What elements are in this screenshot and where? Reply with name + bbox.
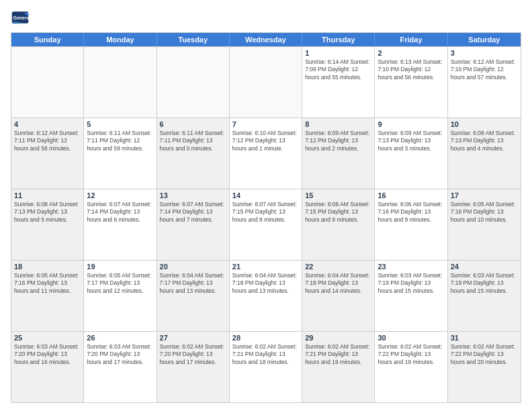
calendar-cell: 4Sunrise: 6:12 AM Sunset: 7:11 PM Daylig… [11, 118, 84, 189]
day-number: 11 [14, 191, 81, 199]
day-number: 30 [378, 334, 444, 342]
calendar-cell: 31Sunrise: 6:02 AM Sunset: 7:22 PM Dayli… [448, 332, 521, 402]
calendar-cell [157, 47, 230, 118]
day-info: Sunrise: 6:14 AM Sunset: 7:09 PM Dayligh… [305, 58, 371, 81]
day-number: 1 [305, 49, 371, 57]
day-info: Sunrise: 6:02 AM Sunset: 7:22 PM Dayligh… [378, 343, 444, 366]
day-number: 19 [87, 263, 153, 271]
day-number: 6 [160, 120, 226, 128]
calendar-cell: 18Sunrise: 6:05 AM Sunset: 7:16 PM Dayli… [11, 261, 84, 331]
logo-icon: General Blue [11, 8, 30, 27]
day-number: 9 [378, 120, 444, 128]
calendar-cell: 26Sunrise: 6:03 AM Sunset: 7:20 PM Dayli… [84, 332, 157, 402]
day-info: Sunrise: 6:11 AM Sunset: 7:11 PM Dayligh… [87, 130, 153, 152]
day-number: 28 [232, 334, 299, 342]
day-info: Sunrise: 6:05 AM Sunset: 7:16 PM Dayligh… [451, 201, 518, 224]
day-info: Sunrise: 6:11 AM Sunset: 7:11 PM Dayligh… [160, 130, 226, 152]
calendar-cell: 24Sunrise: 6:03 AM Sunset: 7:19 PM Dayli… [448, 261, 521, 331]
calendar-cell: 16Sunrise: 6:06 AM Sunset: 7:16 PM Dayli… [375, 189, 447, 260]
day-number: 16 [378, 191, 444, 199]
calendar-day-header: Sunday [11, 33, 84, 46]
calendar-cell: 10Sunrise: 6:08 AM Sunset: 7:13 PM Dayli… [448, 118, 521, 189]
day-number: 27 [160, 334, 226, 342]
day-info: Sunrise: 6:05 AM Sunset: 7:17 PM Dayligh… [87, 272, 153, 295]
calendar-cell: 2Sunrise: 6:13 AM Sunset: 7:10 PM Daylig… [375, 47, 447, 118]
calendar-day-header: Thursday [302, 33, 375, 46]
day-info: Sunrise: 6:08 AM Sunset: 7:13 PM Dayligh… [451, 130, 518, 152]
calendar-cell: 1Sunrise: 6:14 AM Sunset: 7:09 PM Daylig… [302, 47, 375, 118]
calendar-cell: 7Sunrise: 6:10 AM Sunset: 7:12 PM Daylig… [230, 118, 302, 189]
day-info: Sunrise: 6:09 AM Sunset: 7:13 PM Dayligh… [378, 130, 444, 152]
day-info: Sunrise: 6:04 AM Sunset: 7:18 PM Dayligh… [232, 272, 299, 295]
day-number: 2 [378, 49, 444, 57]
day-number: 20 [160, 263, 226, 271]
day-number: 25 [14, 334, 81, 342]
svg-text:Blue: Blue [13, 20, 22, 25]
day-number: 26 [87, 334, 153, 342]
calendar-row: 1Sunrise: 6:14 AM Sunset: 7:09 PM Daylig… [11, 46, 521, 118]
day-number: 13 [160, 191, 226, 199]
page: General Blue SundayMondayTuesdayWednesda… [0, 0, 532, 411]
day-info: Sunrise: 6:07 AM Sunset: 7:14 PM Dayligh… [160, 201, 226, 224]
calendar-cell: 29Sunrise: 6:02 AM Sunset: 7:21 PM Dayli… [302, 332, 375, 402]
day-number: 21 [232, 263, 299, 271]
day-number: 5 [87, 120, 153, 128]
day-info: Sunrise: 6:07 AM Sunset: 7:15 PM Dayligh… [232, 201, 299, 224]
day-info: Sunrise: 6:10 AM Sunset: 7:12 PM Dayligh… [232, 130, 299, 152]
day-number: 4 [14, 120, 81, 128]
calendar-day-header: Friday [375, 33, 447, 46]
calendar: SundayMondayTuesdayWednesdayThursdayFrid… [11, 32, 521, 403]
day-number: 15 [305, 191, 371, 199]
day-info: Sunrise: 6:02 AM Sunset: 7:20 PM Dayligh… [160, 343, 226, 366]
calendar-cell: 19Sunrise: 6:05 AM Sunset: 7:17 PM Dayli… [84, 261, 157, 331]
day-number: 17 [451, 191, 518, 199]
calendar-row: 25Sunrise: 6:03 AM Sunset: 7:20 PM Dayli… [11, 331, 521, 402]
day-number: 14 [232, 191, 299, 199]
calendar-row: 4Sunrise: 6:12 AM Sunset: 7:11 PM Daylig… [11, 118, 521, 189]
day-info: Sunrise: 6:02 AM Sunset: 7:21 PM Dayligh… [232, 343, 299, 366]
calendar-cell: 3Sunrise: 6:12 AM Sunset: 7:10 PM Daylig… [448, 47, 521, 118]
day-number: 22 [305, 263, 371, 271]
day-info: Sunrise: 6:13 AM Sunset: 7:10 PM Dayligh… [378, 58, 444, 81]
day-number: 23 [378, 263, 444, 271]
calendar-cell: 21Sunrise: 6:04 AM Sunset: 7:18 PM Dayli… [230, 261, 302, 331]
calendar-cell: 23Sunrise: 6:03 AM Sunset: 7:19 PM Dayli… [375, 261, 447, 331]
calendar-header: SundayMondayTuesdayWednesdayThursdayFrid… [11, 33, 521, 46]
day-info: Sunrise: 6:12 AM Sunset: 7:11 PM Dayligh… [14, 130, 81, 152]
calendar-cell: 14Sunrise: 6:07 AM Sunset: 7:15 PM Dayli… [230, 189, 302, 260]
calendar-cell [84, 47, 157, 118]
day-info: Sunrise: 6:06 AM Sunset: 7:16 PM Dayligh… [378, 201, 444, 224]
calendar-cell: 8Sunrise: 6:09 AM Sunset: 7:12 PM Daylig… [302, 118, 375, 189]
calendar-cell: 20Sunrise: 6:04 AM Sunset: 7:17 PM Dayli… [157, 261, 230, 331]
calendar-cell: 30Sunrise: 6:02 AM Sunset: 7:22 PM Dayli… [375, 332, 447, 402]
day-info: Sunrise: 6:07 AM Sunset: 7:14 PM Dayligh… [87, 201, 153, 224]
calendar-cell: 28Sunrise: 6:02 AM Sunset: 7:21 PM Dayli… [230, 332, 302, 402]
calendar-day-header: Saturday [448, 33, 521, 46]
day-info: Sunrise: 6:08 AM Sunset: 7:13 PM Dayligh… [14, 201, 81, 224]
calendar-body: 1Sunrise: 6:14 AM Sunset: 7:09 PM Daylig… [11, 46, 521, 402]
calendar-cell [11, 47, 84, 118]
day-number: 8 [305, 120, 371, 128]
day-number: 31 [451, 334, 518, 342]
day-info: Sunrise: 6:09 AM Sunset: 7:12 PM Dayligh… [305, 130, 371, 152]
calendar-day-header: Wednesday [230, 33, 302, 46]
calendar-cell: 6Sunrise: 6:11 AM Sunset: 7:11 PM Daylig… [157, 118, 230, 189]
calendar-cell: 22Sunrise: 6:04 AM Sunset: 7:18 PM Dayli… [302, 261, 375, 331]
calendar-cell: 12Sunrise: 6:07 AM Sunset: 7:14 PM Dayli… [84, 189, 157, 260]
calendar-day-header: Monday [84, 33, 157, 46]
day-info: Sunrise: 6:03 AM Sunset: 7:20 PM Dayligh… [87, 343, 153, 366]
calendar-day-header: Tuesday [157, 33, 230, 46]
calendar-cell: 5Sunrise: 6:11 AM Sunset: 7:11 PM Daylig… [84, 118, 157, 189]
day-info: Sunrise: 6:04 AM Sunset: 7:18 PM Dayligh… [305, 272, 371, 295]
day-info: Sunrise: 6:06 AM Sunset: 7:15 PM Dayligh… [305, 201, 371, 224]
calendar-cell: 27Sunrise: 6:02 AM Sunset: 7:20 PM Dayli… [157, 332, 230, 402]
day-info: Sunrise: 6:02 AM Sunset: 7:21 PM Dayligh… [305, 343, 371, 366]
day-number: 29 [305, 334, 371, 342]
day-info: Sunrise: 6:04 AM Sunset: 7:17 PM Dayligh… [160, 272, 226, 295]
day-info: Sunrise: 6:03 AM Sunset: 7:19 PM Dayligh… [378, 272, 444, 295]
calendar-cell: 11Sunrise: 6:08 AM Sunset: 7:13 PM Dayli… [11, 189, 84, 260]
calendar-cell: 15Sunrise: 6:06 AM Sunset: 7:15 PM Dayli… [302, 189, 375, 260]
day-number: 12 [87, 191, 153, 199]
calendar-row: 11Sunrise: 6:08 AM Sunset: 7:13 PM Dayli… [11, 189, 521, 260]
calendar-cell: 17Sunrise: 6:05 AM Sunset: 7:16 PM Dayli… [448, 189, 521, 260]
